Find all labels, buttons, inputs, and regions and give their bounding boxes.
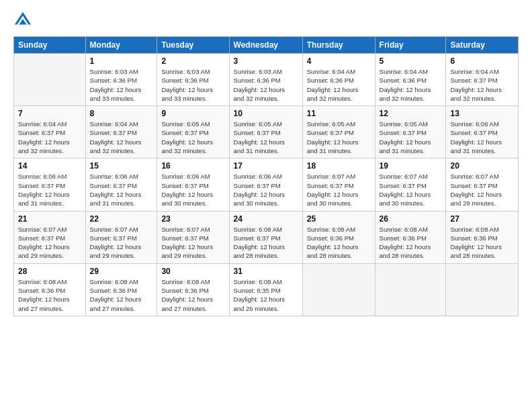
day-number: 15	[90, 161, 153, 171]
day-number: 8	[90, 109, 153, 118]
header	[13, 11, 519, 30]
day-number: 9	[161, 109, 224, 118]
day-info: Sunrise: 6:06 AM Sunset: 6:37 PM Dayligh…	[161, 172, 224, 208]
day-number: 27	[450, 214, 514, 224]
calendar-cell: 15Sunrise: 6:06 AM Sunset: 6:37 PM Dayli…	[85, 158, 157, 211]
calendar-cell: 1Sunrise: 6:03 AM Sunset: 6:36 PM Daylig…	[85, 54, 157, 106]
week-row-5: 28Sunrise: 6:08 AM Sunset: 6:36 PM Dayli…	[14, 263, 519, 316]
day-info: Sunrise: 6:08 AM Sunset: 6:36 PM Dayligh…	[90, 277, 153, 313]
day-number: 10	[234, 109, 298, 118]
day-number: 16	[161, 161, 224, 171]
day-info: Sunrise: 6:04 AM Sunset: 6:37 PM Dayligh…	[90, 120, 153, 155]
day-number: 22	[90, 214, 153, 224]
day-info: Sunrise: 6:07 AM Sunset: 6:37 PM Dayligh…	[450, 172, 514, 208]
weekday-header-thursday: Thursday	[302, 37, 375, 54]
day-info: Sunrise: 6:04 AM Sunset: 6:37 PM Dayligh…	[18, 120, 81, 155]
day-number: 29	[90, 267, 153, 276]
calendar-cell: 24Sunrise: 6:08 AM Sunset: 6:37 PM Dayli…	[229, 211, 302, 263]
calendar-cell: 27Sunrise: 6:08 AM Sunset: 6:36 PM Dayli…	[446, 211, 519, 263]
day-number: 14	[18, 161, 81, 171]
calendar-table: SundayMondayTuesdayWednesdayThursdayFrid…	[13, 36, 519, 316]
day-info: Sunrise: 6:08 AM Sunset: 6:37 PM Dayligh…	[234, 225, 298, 261]
day-number: 18	[307, 161, 371, 171]
weekday-header-row: SundayMondayTuesdayWednesdayThursdayFrid…	[14, 37, 519, 54]
day-info: Sunrise: 6:07 AM Sunset: 6:37 PM Dayligh…	[18, 225, 81, 261]
day-info: Sunrise: 6:05 AM Sunset: 6:37 PM Dayligh…	[307, 120, 371, 155]
day-number: 13	[450, 109, 514, 118]
calendar-cell: 16Sunrise: 6:06 AM Sunset: 6:37 PM Dayli…	[157, 158, 229, 211]
logo-icon	[13, 11, 32, 30]
weekday-header-wednesday: Wednesday	[229, 37, 302, 54]
calendar-cell: 29Sunrise: 6:08 AM Sunset: 6:36 PM Dayli…	[85, 263, 157, 316]
calendar-cell: 13Sunrise: 6:06 AM Sunset: 6:37 PM Dayli…	[446, 106, 519, 158]
day-number: 26	[380, 214, 442, 224]
logo	[13, 11, 36, 30]
day-info: Sunrise: 6:08 AM Sunset: 6:36 PM Dayligh…	[161, 277, 224, 313]
weekday-header-sunday: Sunday	[14, 37, 86, 54]
calendar-cell: 11Sunrise: 6:05 AM Sunset: 6:37 PM Dayli…	[302, 106, 375, 158]
calendar-cell: 17Sunrise: 6:06 AM Sunset: 6:37 PM Dayli…	[229, 158, 302, 211]
calendar-cell: 7Sunrise: 6:04 AM Sunset: 6:37 PM Daylig…	[14, 106, 86, 158]
day-info: Sunrise: 6:06 AM Sunset: 6:37 PM Dayligh…	[18, 172, 81, 208]
calendar-cell: 26Sunrise: 6:08 AM Sunset: 6:36 PM Dayli…	[375, 211, 446, 263]
day-info: Sunrise: 6:07 AM Sunset: 6:37 PM Dayligh…	[90, 225, 153, 261]
calendar-cell: 6Sunrise: 6:04 AM Sunset: 6:37 PM Daylig…	[446, 54, 519, 106]
calendar-cell	[14, 54, 86, 106]
day-number: 6	[450, 56, 514, 66]
calendar-cell: 3Sunrise: 6:03 AM Sunset: 6:36 PM Daylig…	[229, 54, 302, 106]
week-row-4: 21Sunrise: 6:07 AM Sunset: 6:37 PM Dayli…	[14, 211, 519, 263]
day-number: 11	[307, 109, 371, 118]
day-info: Sunrise: 6:04 AM Sunset: 6:36 PM Dayligh…	[307, 67, 371, 103]
day-info: Sunrise: 6:05 AM Sunset: 6:37 PM Dayligh…	[234, 120, 298, 155]
day-number: 20	[450, 161, 514, 171]
calendar-cell: 2Sunrise: 6:03 AM Sunset: 6:36 PM Daylig…	[157, 54, 229, 106]
day-info: Sunrise: 6:03 AM Sunset: 6:36 PM Dayligh…	[234, 67, 298, 103]
day-number: 17	[234, 161, 298, 171]
calendar-cell: 20Sunrise: 6:07 AM Sunset: 6:37 PM Dayli…	[446, 158, 519, 211]
day-info: Sunrise: 6:03 AM Sunset: 6:36 PM Dayligh…	[161, 67, 224, 103]
calendar-cell: 12Sunrise: 6:05 AM Sunset: 6:37 PM Dayli…	[375, 106, 446, 158]
calendar-cell	[302, 263, 375, 316]
day-number: 4	[307, 56, 371, 66]
day-info: Sunrise: 6:05 AM Sunset: 6:37 PM Dayligh…	[161, 120, 224, 155]
weekday-header-tuesday: Tuesday	[157, 37, 229, 54]
calendar-cell: 30Sunrise: 6:08 AM Sunset: 6:36 PM Dayli…	[157, 263, 229, 316]
day-number: 31	[234, 267, 298, 276]
day-info: Sunrise: 6:07 AM Sunset: 6:37 PM Dayligh…	[307, 172, 371, 208]
day-info: Sunrise: 6:06 AM Sunset: 6:37 PM Dayligh…	[450, 120, 514, 155]
calendar-cell: 31Sunrise: 6:08 AM Sunset: 6:35 PM Dayli…	[229, 263, 302, 316]
day-number: 1	[90, 56, 153, 66]
day-number: 7	[18, 109, 81, 118]
week-row-3: 14Sunrise: 6:06 AM Sunset: 6:37 PM Dayli…	[14, 158, 519, 211]
day-info: Sunrise: 6:08 AM Sunset: 6:36 PM Dayligh…	[450, 225, 514, 261]
day-info: Sunrise: 6:08 AM Sunset: 6:36 PM Dayligh…	[307, 225, 371, 261]
calendar-cell: 19Sunrise: 6:07 AM Sunset: 6:37 PM Dayli…	[375, 158, 446, 211]
day-info: Sunrise: 6:08 AM Sunset: 6:36 PM Dayligh…	[380, 225, 442, 261]
day-number: 21	[18, 214, 81, 224]
day-number: 28	[18, 267, 81, 276]
weekday-header-friday: Friday	[375, 37, 446, 54]
day-number: 2	[161, 56, 224, 66]
calendar-cell: 14Sunrise: 6:06 AM Sunset: 6:37 PM Dayli…	[14, 158, 86, 211]
calendar-cell: 8Sunrise: 6:04 AM Sunset: 6:37 PM Daylig…	[85, 106, 157, 158]
day-number: 24	[234, 214, 298, 224]
day-number: 3	[234, 56, 298, 66]
day-info: Sunrise: 6:07 AM Sunset: 6:37 PM Dayligh…	[161, 225, 224, 261]
day-info: Sunrise: 6:08 AM Sunset: 6:36 PM Dayligh…	[18, 277, 81, 313]
calendar-cell	[375, 263, 446, 316]
day-info: Sunrise: 6:03 AM Sunset: 6:36 PM Dayligh…	[90, 67, 153, 103]
day-info: Sunrise: 6:04 AM Sunset: 6:37 PM Dayligh…	[450, 67, 514, 103]
calendar-cell: 5Sunrise: 6:04 AM Sunset: 6:36 PM Daylig…	[375, 54, 446, 106]
day-info: Sunrise: 6:08 AM Sunset: 6:35 PM Dayligh…	[234, 277, 298, 313]
day-number: 12	[380, 109, 442, 118]
calendar-cell: 28Sunrise: 6:08 AM Sunset: 6:36 PM Dayli…	[14, 263, 86, 316]
calendar-cell: 21Sunrise: 6:07 AM Sunset: 6:37 PM Dayli…	[14, 211, 86, 263]
day-info: Sunrise: 6:06 AM Sunset: 6:37 PM Dayligh…	[234, 172, 298, 208]
day-info: Sunrise: 6:05 AM Sunset: 6:37 PM Dayligh…	[380, 120, 442, 155]
day-info: Sunrise: 6:07 AM Sunset: 6:37 PM Dayligh…	[380, 172, 442, 208]
calendar-cell	[446, 263, 519, 316]
weekday-header-monday: Monday	[85, 37, 157, 54]
calendar-cell: 23Sunrise: 6:07 AM Sunset: 6:37 PM Dayli…	[157, 211, 229, 263]
calendar-page: SundayMondayTuesdayWednesdayThursdayFrid…	[0, 0, 532, 411]
calendar-cell: 4Sunrise: 6:04 AM Sunset: 6:36 PM Daylig…	[302, 54, 375, 106]
